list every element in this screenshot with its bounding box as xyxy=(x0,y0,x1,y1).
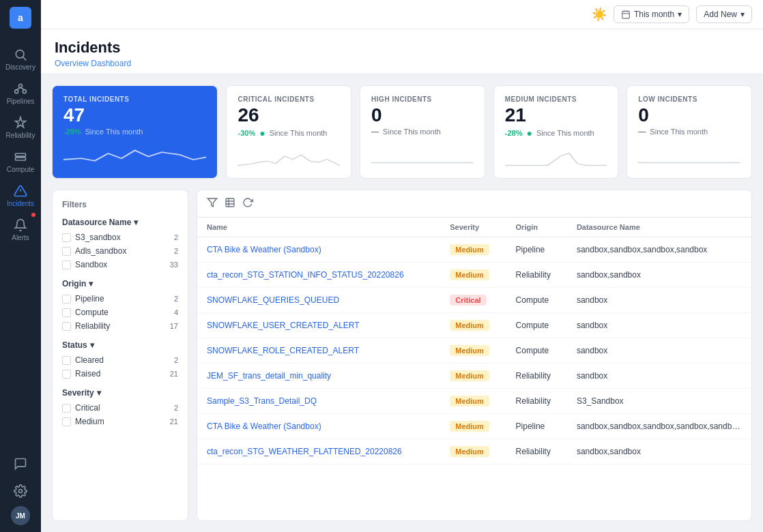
main-content: ☀️ This month ▾ Add New ▾ Incidents Over… xyxy=(41,0,763,532)
col-header-name[interactable]: Name xyxy=(197,218,440,237)
col-header-origin[interactable]: Origin xyxy=(506,218,567,237)
table-row[interactable]: SNOWFLAKE_ROLE_CREATED_ALERT Medium Comp… xyxy=(197,338,751,364)
sidebar-item-pipelines[interactable]: Pipelines xyxy=(0,76,41,110)
sidebar-item-reliability[interactable]: Reliability xyxy=(0,110,41,145)
page-area: Incidents Overview Dashboard TOTAL INCID… xyxy=(41,29,763,532)
table-row[interactable]: Sample_S3_Trans_Detail_DQ Medium Reliabi… xyxy=(197,389,751,414)
avatar[interactable]: JM xyxy=(11,506,30,525)
table-row[interactable]: CTA Bike & Weather (Sandbox) Medium Pipe… xyxy=(197,414,751,439)
cell-origin: Pipeline xyxy=(506,414,567,439)
refresh-icon[interactable] xyxy=(242,197,253,210)
add-new-label: Add New xyxy=(704,10,737,19)
table-row[interactable]: CTA Bike & Weather (Sandbox) Medium Pipe… xyxy=(197,237,751,263)
filter-count: 21 xyxy=(170,417,178,426)
cell-origin: Reliability xyxy=(506,439,567,464)
filters-title: Filters xyxy=(62,200,178,209)
filter-item[interactable]: S3_sandbox 2 xyxy=(62,233,178,242)
stat-value: 0 xyxy=(371,104,474,126)
cell-origin: Reliability xyxy=(506,263,567,288)
filter-item[interactable]: Pipeline 2 xyxy=(62,294,178,304)
filter-item[interactable]: Medium 21 xyxy=(62,417,178,426)
filter-checkbox[interactable] xyxy=(62,261,71,269)
filter-count: 2 xyxy=(174,233,178,241)
stat-since: Since This month xyxy=(270,129,328,137)
cell-name: JEM_SF_trans_detail_min_quality xyxy=(197,364,440,389)
svg-marker-20 xyxy=(207,198,216,207)
filter-group-header-datasource[interactable]: Datasource Name ▾ xyxy=(62,218,178,227)
cell-name: SNOWFLAKE_USER_CREATED_ALERT xyxy=(197,313,440,338)
filter-item[interactable]: Compute 4 xyxy=(62,308,178,317)
stat-chart-low xyxy=(638,141,740,166)
filter-checkbox[interactable] xyxy=(62,308,71,317)
sidebar-item-settings[interactable] xyxy=(11,479,30,503)
cell-datasource: sandbox,sandbox xyxy=(567,263,751,288)
filter-item-label: Medium xyxy=(75,417,104,426)
stat-chart-medium xyxy=(505,144,607,168)
cell-severity: Medium xyxy=(440,414,506,439)
col-header-severity[interactable]: Severity xyxy=(440,218,506,237)
stat-label: HIGH INCIDENTS xyxy=(371,95,474,103)
sidebar-item-label: Alerts xyxy=(12,234,29,241)
filter-item-label: Sandbox xyxy=(75,260,107,269)
period-label: This month xyxy=(634,10,674,19)
chevron-down-icon: ▾ xyxy=(89,279,93,289)
filter-item[interactable]: Raised 21 xyxy=(62,369,178,379)
sidebar-item-incidents[interactable]: Incidents xyxy=(0,179,41,213)
filter-checkbox[interactable] xyxy=(62,404,71,413)
filter-checkbox[interactable] xyxy=(62,295,71,304)
period-selector[interactable]: This month ▾ xyxy=(614,5,689,23)
svg-line-1 xyxy=(23,57,27,61)
stat-value: 26 xyxy=(237,104,340,126)
cell-origin: Compute xyxy=(506,313,567,338)
cell-name: SNOWFLAKE_ROLE_CREATED_ALERT xyxy=(197,338,440,364)
table-row[interactable]: SNOWFLAKE_USER_CREATED_ALERT Medium Comp… xyxy=(197,313,751,338)
filter-item[interactable]: Reliability 17 xyxy=(62,321,178,331)
svg-rect-8 xyxy=(16,158,26,160)
stat-card-high: HIGH INCIDENTS 0 — Since This month xyxy=(360,85,485,179)
cell-origin: Reliability xyxy=(506,364,567,389)
sidebar-item-discovery[interactable]: Discovery xyxy=(0,42,41,76)
filter-group-header-severity[interactable]: Severity ▾ xyxy=(62,388,178,398)
sidebar-item-alerts[interactable]: Alerts xyxy=(0,213,41,247)
filter-icon[interactable] xyxy=(207,197,218,210)
filter-group-label: Status xyxy=(62,340,87,350)
table-icon[interactable] xyxy=(225,197,235,210)
stat-value: 0 xyxy=(638,104,740,126)
cell-severity: Medium xyxy=(440,237,506,263)
filter-item[interactable]: Adls_sandbox 2 xyxy=(62,246,178,256)
stat-since: Since This month xyxy=(650,128,708,136)
filter-item[interactable]: Sandbox 33 xyxy=(62,260,178,269)
filter-group-header-origin[interactable]: Origin ▾ xyxy=(62,279,178,289)
filter-count: 33 xyxy=(170,261,178,269)
sidebar-item-chat[interactable] xyxy=(11,452,30,476)
app-logo[interactable]: a xyxy=(10,7,31,29)
cell-severity: Medium xyxy=(440,389,506,414)
filter-item-label: Compute xyxy=(75,308,109,317)
filter-checkbox[interactable] xyxy=(62,356,71,365)
data-panel: Name Severity Origin Datasource Name CTA… xyxy=(197,190,752,521)
filter-checkbox[interactable] xyxy=(62,247,71,256)
filter-checkbox[interactable] xyxy=(62,322,71,331)
sidebar-item-compute[interactable]: Compute xyxy=(0,145,41,179)
table-row[interactable]: JEM_SF_trans_detail_min_quality Medium R… xyxy=(197,364,751,389)
add-new-button[interactable]: Add New ▾ xyxy=(696,5,752,23)
svg-rect-21 xyxy=(226,198,234,207)
filter-checkbox[interactable] xyxy=(62,233,71,242)
cell-origin: Compute xyxy=(506,288,567,313)
filter-checkbox[interactable] xyxy=(62,370,71,379)
breadcrumb[interactable]: Overview Dashboard xyxy=(55,59,749,68)
filter-checkbox[interactable] xyxy=(62,417,71,426)
filter-count: 4 xyxy=(174,308,178,316)
svg-rect-7 xyxy=(16,153,26,156)
filter-group-header-status[interactable]: Status ▾ xyxy=(62,340,178,350)
sidebar-item-label: Discovery xyxy=(5,63,35,71)
filter-item-label: Reliability xyxy=(75,321,110,331)
stat-change-row: -28% ● Since This month xyxy=(505,128,607,138)
filter-item[interactable]: Cleared 2 xyxy=(62,355,178,365)
table-row[interactable]: cta_recon_STG_STATION_INFO_STATUS_202208… xyxy=(197,263,751,288)
filter-item[interactable]: Critical 2 xyxy=(62,403,178,413)
table-row[interactable]: cta_recon_STG_WEATHER_FLATTENED_20220826… xyxy=(197,439,751,464)
table-row[interactable]: SNOWFLAKE_QUERIES_QUEUED Critical Comput… xyxy=(197,288,751,313)
col-header-datasource[interactable]: Datasource Name xyxy=(567,218,751,237)
cell-datasource: sandbox xyxy=(567,364,751,389)
